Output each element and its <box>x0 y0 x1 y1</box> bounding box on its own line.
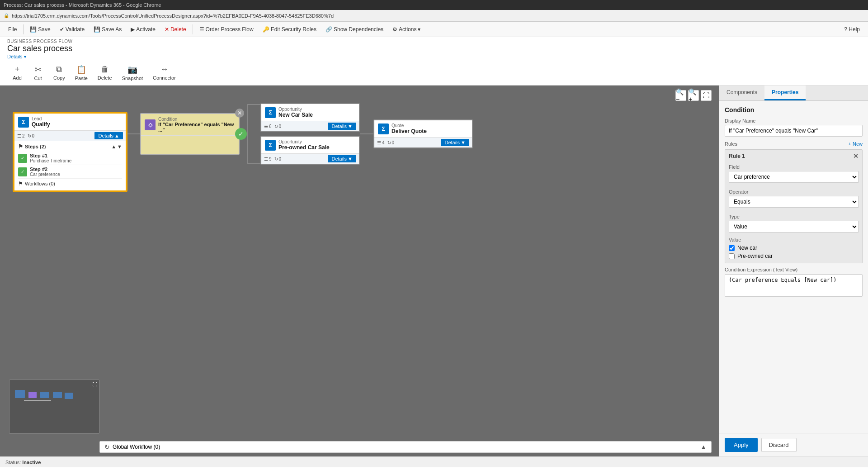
opp-preowned-wf-count: 0 <box>279 157 282 162</box>
steps-arrows[interactable]: ▲ ▼ <box>111 144 122 149</box>
global-workflow-expand-button[interactable]: ▲ <box>700 443 707 451</box>
lead-details-chevron: ▲ <box>114 133 119 138</box>
value-section: Value New car Pre-owned car <box>729 237 859 260</box>
details-link[interactable]: Details <box>7 54 23 59</box>
flag-icon: ⚑ <box>18 143 23 150</box>
opp-new-details-button[interactable]: Details ▼ <box>328 123 356 130</box>
paste-button[interactable]: 📋 Paste <box>71 63 92 83</box>
lead-qualify-node[interactable]: Σ Lead Qualify ☰ 2 ↻ 0 <box>14 113 127 191</box>
help-label: ? Help <box>844 26 860 33</box>
dep-label: Show Dependencies <box>334 26 383 33</box>
cut-button[interactable]: ✂ Cut <box>28 63 48 83</box>
address-bar: 🔒 https://trial1705.crm.dynamics.com/Too… <box>0 10 868 22</box>
type-select[interactable]: Value <box>729 221 859 233</box>
actions-dropdown-button[interactable]: ⚙ Actions ▾ <box>389 25 424 34</box>
condition-icon: ◇ <box>145 119 156 130</box>
activate-button[interactable]: ▶ Activate <box>127 25 159 34</box>
opp-preowned-chevron: ▼ <box>348 156 353 162</box>
copy-icon: ⧉ <box>56 65 62 74</box>
add-button[interactable]: + Add <box>7 63 27 82</box>
validate-button[interactable]: ✔ Validate <box>56 25 88 34</box>
step1-detail: Purchase Timeframe <box>30 158 71 163</box>
quote-stage-label: Quote <box>392 123 468 128</box>
rules-header: Rules + New <box>725 141 863 147</box>
tab-components[interactable]: Components <box>719 86 764 100</box>
help-button[interactable]: ? Help <box>840 25 863 34</box>
operator-select[interactable]: Equals <box>729 196 859 208</box>
step2-detail: Car preference <box>30 172 60 177</box>
show-dependencies-button[interactable]: 🔗 Show Dependencies <box>322 25 387 34</box>
up-arrow-icon[interactable]: ▲ <box>111 144 116 149</box>
zoom-in-button[interactable]: 🔍+ <box>688 90 699 101</box>
display-name-input[interactable] <box>725 125 863 137</box>
opp-preowned-header: Σ Opportunity Pre-owned Car Sale <box>261 137 359 154</box>
security-icon: 🔑 <box>263 26 269 33</box>
file-button[interactable]: File <box>5 25 20 34</box>
connector-button[interactable]: ↔ Connector <box>148 63 180 82</box>
condition-title-block: Condition If "Car Preference" equals "Ne… <box>158 117 235 133</box>
delete-tool-icon: 🗑 <box>101 65 109 74</box>
condition-expr-textarea[interactable] <box>725 274 863 297</box>
delete-button[interactable]: ✕ Delete <box>161 25 190 34</box>
type-label: Type <box>729 214 859 219</box>
opp-new-details-label: Details <box>331 124 347 129</box>
opp-preowned-node[interactable]: Σ Opportunity Pre-owned Car Sale ☰ 9 <box>260 136 360 165</box>
opp-preowned-icon: Σ <box>265 140 276 151</box>
connector-label: Connector <box>153 75 176 81</box>
opp-preowned-details-button[interactable]: Details ▼ <box>328 155 356 162</box>
tab-properties-label: Properties <box>772 89 798 95</box>
condition-node[interactable]: ◇ Condition If "Car Preference" equals "… <box>140 113 240 155</box>
edit-security-roles-button[interactable]: 🔑 Edit Security Roles <box>259 25 320 34</box>
zoom-out-button[interactable]: 🔍− <box>675 90 686 101</box>
quote-steps-stat: ☰ 4 <box>377 140 385 145</box>
step2-name: Step #2 <box>30 166 60 172</box>
copy-button[interactable]: ⧉ Copy <box>49 63 70 82</box>
order-label: Order Process Flow <box>206 26 254 33</box>
add-label: Add <box>13 75 22 81</box>
save-as-label: Save As <box>102 26 122 33</box>
save-as-button[interactable]: 💾 Save As <box>90 25 125 34</box>
delete-tool-button[interactable]: 🗑 Delete <box>93 63 117 82</box>
down-arrow-icon[interactable]: ▼ <box>117 144 122 149</box>
condition-node-wrapper: ◇ Condition If "Car Preference" equals "… <box>140 113 240 155</box>
condition-close-button[interactable]: ✕ <box>235 109 244 118</box>
rules-label: Rules <box>725 141 737 147</box>
snapshot-button[interactable]: 📷 Snapshot <box>118 63 147 83</box>
delete-icon: ✕ <box>165 26 169 33</box>
order-process-flow-button[interactable]: ☰ Order Process Flow <box>196 25 257 34</box>
value-new-car-checkbox[interactable] <box>729 245 735 251</box>
tab-components-label: Components <box>726 89 757 95</box>
canvas-area[interactable]: 🔍− 🔍+ ⛶ Σ Lead Qualify <box>0 86 719 456</box>
validate-label: Validate <box>66 26 85 33</box>
opp-preowned-wf-icon: ↻ <box>274 157 278 162</box>
value-preowned-checkbox[interactable] <box>729 253 735 259</box>
tab-properties[interactable]: Properties <box>764 86 806 100</box>
cut-label: Cut <box>34 76 42 81</box>
quote-node[interactable]: Σ Quote Deliver Quote ☰ 4 ↻ 0 <box>373 119 473 148</box>
lead-details-button[interactable]: Details ▲ <box>94 132 123 139</box>
quote-connector <box>360 133 373 134</box>
node-row: Σ Lead Qualify ☰ 2 ↻ 0 <box>14 113 497 191</box>
opp-preowned-steps-icon: ☰ <box>264 157 268 162</box>
value-preowned-label: Pre-owned car <box>737 253 773 259</box>
quote-details-button[interactable]: Details ▼ <box>441 139 469 146</box>
status-bar: Status: Inactive <box>0 456 868 467</box>
global-workflow-icon: ↻ <box>104 443 110 451</box>
address-url: https://trial1705.crm.dynamics.com/Tools… <box>12 13 334 19</box>
field-select-label: Field <box>729 164 859 170</box>
new-rule-link[interactable]: + New <box>849 141 863 147</box>
connector-icon: ↔ <box>160 65 168 74</box>
rule-1-close-button[interactable]: ✕ <box>853 152 859 160</box>
fit-screen-button[interactable]: ⛶ <box>701 90 712 101</box>
apply-button[interactable]: Apply <box>725 438 758 452</box>
mini-map: ⛶ <box>9 380 99 434</box>
panel-tabs: Components Properties <box>719 86 868 101</box>
opp-new-node[interactable]: Σ Opportunity New Car Sale ☰ 6 <box>260 103 360 132</box>
field-select[interactable]: Car preference <box>729 171 859 183</box>
discard-button[interactable]: Discard <box>761 438 797 452</box>
save-button[interactable]: 💾 Save <box>26 25 54 34</box>
vert-connector <box>247 105 260 164</box>
quote-steps-icon: ☰ <box>377 140 381 145</box>
activate-label: Activate <box>136 26 156 33</box>
step-2-item: ✓ Step #2 Car preference <box>18 165 122 179</box>
